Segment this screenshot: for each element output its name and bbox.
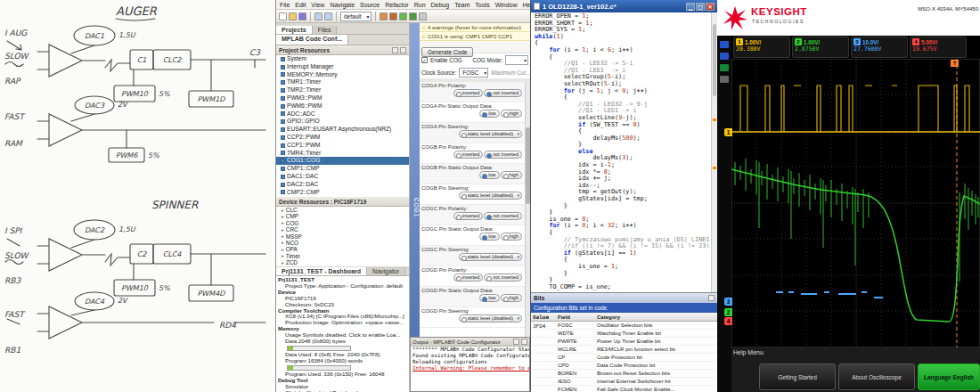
menu-item[interactable]: Navigate xyxy=(330,2,355,8)
menu-item[interactable]: View xyxy=(311,2,324,8)
project-resource-item[interactable]: System xyxy=(276,55,409,63)
channel-2-ground-marker[interactable]: 2 xyxy=(724,308,732,316)
menu-item[interactable]: Window xyxy=(495,2,518,8)
option-chip[interactable]: static level (disabled) xyxy=(459,314,522,323)
enable-cog-checkbox[interactable] xyxy=(421,57,428,63)
device-resource-item[interactable]: ZCD xyxy=(276,259,409,265)
expand-arrow-icon[interactable] xyxy=(282,259,284,266)
device-resource-item[interactable]: NCO xyxy=(276,240,409,246)
minimize-icon[interactable]: ▁ xyxy=(686,3,695,11)
display-icon[interactable] xyxy=(720,53,729,60)
option-chip[interactable]: low xyxy=(479,110,499,118)
tab-navigator[interactable]: Navigator xyxy=(367,267,405,275)
device-resource-item[interactable]: OPA xyxy=(276,246,409,252)
tab-projects[interactable]: Projects xyxy=(276,26,313,34)
generate-code-button[interactable]: Generate Code xyxy=(421,47,473,57)
debug-icon[interactable] xyxy=(409,12,417,20)
mcc-warning-line[interactable]: ⚠ 4 warnings (hover for more information… xyxy=(420,23,530,32)
trigger-marker[interactable]: T xyxy=(951,60,959,67)
device-resource-item[interactable]: MSSP xyxy=(276,233,409,240)
config-bits-row[interactable]: 3FD4FOSCOscillator Selection bits xyxy=(531,322,717,330)
menu-item[interactable]: Tools xyxy=(475,2,489,8)
device-resource-item[interactable]: CLC xyxy=(276,207,409,213)
option-chip[interactable]: static level (disabled) xyxy=(459,253,522,261)
clock-source-select[interactable]: FOSC xyxy=(459,68,488,78)
channel-4-box[interactable]: 45.00V/ 19.675V xyxy=(910,37,967,58)
project-resource-item[interactable]: DAC1::DAC xyxy=(276,173,409,181)
maximize-icon[interactable]: ▢ xyxy=(696,3,705,11)
editor-title-bar[interactable]: 1 OLD1228-1_ver102.c* ▁ ▢ ✕ xyxy=(531,0,717,12)
channel-2-box[interactable]: 21.00V/ 2.8750V xyxy=(792,37,849,58)
channel-1-box[interactable]: 11.00V/ 20.380V xyxy=(733,37,790,58)
option-chip[interactable]: low xyxy=(479,233,499,241)
softkey-getting-started[interactable]: Getting Started xyxy=(759,363,836,390)
clean-build-icon[interactable] xyxy=(389,12,397,20)
menu-icon[interactable] xyxy=(720,41,729,48)
tab-mplab-code-configurator[interactable]: MPLAB Code Conf... xyxy=(276,35,348,45)
minimize-icon[interactable] xyxy=(513,339,519,345)
tab-files[interactable]: Files xyxy=(313,26,338,34)
menu-item[interactable]: Edit xyxy=(295,2,306,8)
configuration-select[interactable]: default xyxy=(340,12,372,21)
close-icon[interactable] xyxy=(521,339,527,345)
option-chip[interactable]: high xyxy=(501,171,522,179)
project-resource-item[interactable]: CCP1::PWM xyxy=(276,142,409,150)
project-resource-item[interactable]: DAC2::DAC xyxy=(276,181,409,189)
project-resource-item[interactable]: CMP1::CMP xyxy=(276,165,409,173)
settings-icon[interactable] xyxy=(720,76,729,83)
option-chip[interactable]: inverted xyxy=(453,274,484,282)
device-resource-item[interactable]: Timer xyxy=(276,253,409,259)
project-resource-item[interactable]: GPIO::GPIO xyxy=(276,118,409,126)
option-chip[interactable]: static level (disabled) xyxy=(459,130,522,138)
project-resource-item[interactable]: TMR1::Timer xyxy=(276,78,409,86)
config-bits-row[interactable]: MCLRERE3/MCLR pin function select bit xyxy=(531,346,717,354)
project-resource-item[interactable]: COG1::COG xyxy=(276,157,409,165)
measure-icon[interactable] xyxy=(720,64,729,71)
undo-icon[interactable] xyxy=(314,12,323,20)
option-chip[interactable]: not inverted xyxy=(484,274,522,282)
channel-1-ground-marker[interactable]: 1 xyxy=(724,128,732,136)
menu-item[interactable]: Team xyxy=(454,2,470,8)
channel-3-ground-marker[interactable]: 3 xyxy=(724,298,732,306)
run-icon[interactable] xyxy=(399,12,407,20)
option-chip[interactable]: high xyxy=(501,110,522,118)
project-resource-item[interactable]: EUSART::EUSART Asynchronous(NRZ) xyxy=(276,126,409,134)
build-icon[interactable] xyxy=(380,12,388,20)
channel-4-ground-marker[interactable]: 4 xyxy=(724,317,732,325)
close-icon[interactable]: ✕ xyxy=(706,3,715,11)
softkey-about-oscilloscope[interactable]: About Oscilloscope xyxy=(838,363,915,390)
project-resource-item[interactable]: ADC::ADC xyxy=(276,110,409,118)
device-resource-item[interactable]: CMP xyxy=(276,213,409,219)
editor-scrollbar[interactable] xyxy=(711,12,717,292)
menu-item[interactable]: Run xyxy=(414,2,426,8)
option-chip[interactable]: not inverted xyxy=(484,151,522,159)
option-chip[interactable]: inverted xyxy=(453,89,484,97)
save-icon[interactable] xyxy=(298,12,306,20)
option-chip[interactable]: not inverted xyxy=(484,212,522,220)
option-chip[interactable]: not inverted xyxy=(484,89,522,97)
config-bits-row[interactable]: FCMENFail-Safe Clock Monitor Enable... xyxy=(531,386,717,392)
project-resource-item[interactable]: MEMORY::Memory xyxy=(276,71,409,79)
menu-item[interactable]: File xyxy=(280,2,290,8)
project-resource-item[interactable]: Interrupt Manager xyxy=(276,63,409,71)
project-resource-item[interactable]: CCP2::PWM xyxy=(276,134,409,142)
code-area[interactable]: ERROR_OPEN = 1;ERROR_SHORT = 1;ERROR_SYS… xyxy=(531,12,711,292)
project-resource-item[interactable]: CMP2::CMP xyxy=(276,189,409,197)
refresh-icon[interactable] xyxy=(400,47,406,53)
mcc-warning-line[interactable]: ⚠ COG1 is using: CMP1 CMP2 CCP1 xyxy=(420,32,530,41)
redo-icon[interactable] xyxy=(324,12,332,20)
option-chip[interactable]: high xyxy=(501,294,522,302)
menu-item[interactable]: Debug xyxy=(431,2,450,8)
config-bits-row[interactable]: BORENBrown-out Reset Selection bits xyxy=(531,370,717,378)
config-bits-row[interactable]: IESOInternal External Switchover bit xyxy=(531,378,717,386)
option-chip[interactable]: high xyxy=(501,233,522,241)
menu-item[interactable]: Help xyxy=(523,2,530,8)
option-chip[interactable]: inverted xyxy=(453,212,484,220)
option-chip[interactable]: low xyxy=(479,171,499,179)
config-bits-row[interactable]: CPDData Code Protection bit xyxy=(531,362,717,370)
option-chip[interactable]: inverted xyxy=(453,151,484,159)
config-bits-title-bar[interactable]: Bits xyxy=(531,293,717,303)
menu-item[interactable]: Source xyxy=(360,2,380,8)
softkey-language[interactable]: Language English xyxy=(918,363,980,390)
project-resource-item[interactable]: PWM6::PWM xyxy=(276,102,409,110)
